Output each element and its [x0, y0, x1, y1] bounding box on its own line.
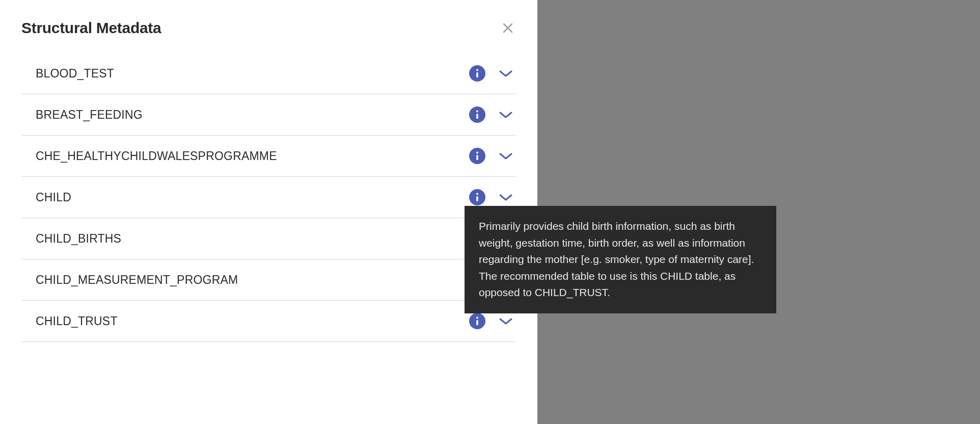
expand-button[interactable]: [498, 150, 514, 162]
svg-point-14: [476, 317, 478, 319]
list-item: CHE_HEALTHYCHILDWALESPROGRAMME: [21, 136, 516, 177]
list-item-actions: [469, 107, 516, 123]
chevron-down-icon: [499, 317, 512, 325]
expand-button[interactable]: [498, 109, 514, 121]
chevron-down-icon: [499, 111, 512, 119]
info-button[interactable]: [469, 189, 485, 205]
list-item-label: CHILD_TRUST: [21, 314, 118, 328]
svg-point-4: [476, 111, 478, 113]
svg-point-8: [476, 193, 478, 195]
chevron-down-icon: [499, 193, 512, 201]
list-item-label: CHE_HEALTHYCHILDWALESPROGRAMME: [21, 149, 277, 163]
list-item-label: BREAST_FEEDING: [21, 108, 143, 122]
list-item: CHILD_MEASUREMENT_PROGRAM: [21, 259, 516, 301]
modal-title: Structural Metadata: [21, 19, 161, 37]
expand-button[interactable]: [498, 67, 514, 80]
list-item: CHILD: [21, 177, 516, 218]
close-icon: [502, 22, 514, 34]
structural-metadata-modal: Structural Metadata BLOOD_TEST: [0, 0, 537, 424]
svg-rect-3: [476, 72, 478, 77]
expand-button[interactable]: [498, 191, 514, 203]
info-icon: [475, 316, 479, 326]
close-button[interactable]: [500, 20, 516, 36]
list-item-actions: [469, 313, 516, 329]
chevron-down-icon: [499, 152, 512, 160]
svg-rect-15: [476, 320, 478, 325]
list-item-actions: [469, 148, 516, 164]
list-item-label: CHILD_BIRTHS: [21, 232, 121, 246]
list-item: BREAST_FEEDING: [21, 94, 516, 136]
info-button[interactable]: [469, 148, 485, 164]
metadata-list: BLOOD_TEST BREAST_FEEDING: [0, 47, 537, 342]
info-button[interactable]: [469, 107, 485, 123]
info-icon: [475, 69, 479, 78]
info-tooltip: Primarily provides child birth informati…: [465, 206, 776, 313]
svg-rect-7: [476, 155, 478, 160]
info-button[interactable]: [469, 313, 485, 329]
info-button[interactable]: [469, 65, 485, 82]
tooltip-text: Primarily provides child birth informati…: [479, 220, 754, 298]
list-item-label: CHILD_MEASUREMENT_PROGRAM: [21, 273, 238, 287]
expand-button[interactable]: [498, 315, 514, 327]
modal-header: Structural Metadata: [0, 0, 537, 47]
list-item-actions: [469, 189, 516, 205]
svg-point-6: [476, 152, 478, 154]
info-icon: [475, 110, 479, 119]
info-icon: [475, 151, 479, 161]
list-item: CHILD_BIRTHS: [21, 218, 516, 259]
svg-rect-9: [476, 196, 478, 201]
list-item-label: BLOOD_TEST: [21, 67, 114, 81]
svg-rect-5: [476, 114, 478, 119]
info-icon: [475, 193, 479, 202]
svg-point-2: [476, 69, 478, 71]
list-item: BLOOD_TEST: [21, 53, 516, 94]
list-item-label: CHILD: [21, 191, 71, 204]
list-item-actions: [469, 65, 516, 82]
list-item: CHILD_TRUST: [21, 301, 516, 342]
chevron-down-icon: [499, 69, 512, 77]
